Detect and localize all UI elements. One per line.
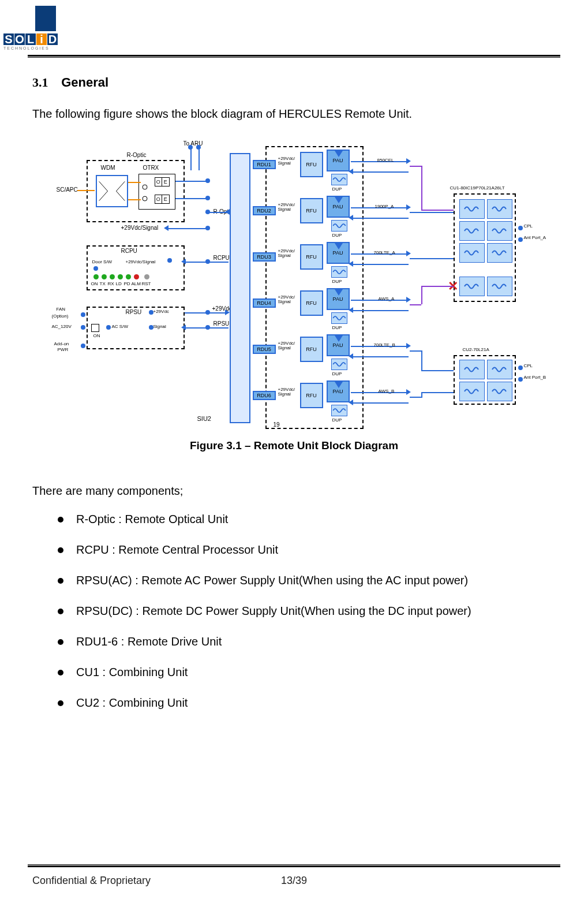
otrx-label: OTRX	[143, 165, 159, 171]
on-label: ON	[93, 333, 100, 338]
list-item: CU1 : Combining Unit	[32, 666, 556, 679]
dup-filter-icon	[331, 359, 347, 370]
logo-letter: L	[25, 33, 36, 45]
rfu-block: RFU	[300, 383, 323, 408]
cu-filter-icon	[459, 382, 485, 401]
section-number: 3.1	[32, 75, 48, 89]
svg-point-1	[143, 196, 147, 201]
dup-label: DUP	[332, 233, 342, 238]
led-label: ON	[91, 281, 98, 286]
lens-icon	[142, 184, 148, 190]
rfu-block: RFU	[300, 244, 323, 270]
p29-label: +29Vdc	[153, 309, 169, 314]
cu-filter-icon	[487, 199, 512, 219]
rfu-block: RFU	[300, 198, 323, 223]
rpsu-signal-label: Signal	[153, 324, 166, 329]
rdu-signal-label: +29Vdc/ Signal	[278, 387, 299, 397]
cu1-cpl-label: CPL	[524, 223, 533, 229]
section-title: General	[61, 75, 108, 89]
rpsu-right-label: RPSU	[214, 320, 230, 327]
band-label: AWS_A	[379, 296, 395, 301]
cu-filter-icon	[487, 243, 512, 263]
band-label: 1900P_A	[375, 204, 394, 209]
cu2-cpl-label: CPL	[524, 363, 533, 368]
ac120-label: AC_120V	[52, 324, 72, 329]
list-item: RCPU : Remote Central Processor Unit	[32, 543, 556, 557]
option-label: (Option)	[52, 314, 69, 319]
rpsu-title: RPSU	[126, 309, 142, 315]
pwr-label: PWR	[58, 347, 69, 352]
rdu-signal-label: +29Vdc/ Signal	[278, 156, 299, 166]
header-rule	[28, 55, 560, 58]
svg-point-0	[143, 185, 147, 189]
logo-letter: D	[47, 33, 58, 45]
rcpu-right-label: RCPU	[214, 255, 230, 261]
rdu-block: RDU1	[253, 160, 276, 169]
dup-filter-icon	[331, 174, 347, 185]
led-label: TX	[100, 281, 106, 286]
wdm-block	[96, 175, 128, 207]
rfu-block: RFU	[300, 152, 323, 177]
logo-letter: i	[36, 33, 47, 45]
rdu-signal-label: +29Vdc/ Signal	[278, 341, 299, 350]
door-sw-label: Door S/W	[92, 259, 113, 264]
acsw-label: AC S/W	[112, 324, 128, 329]
num19-label: 19	[274, 421, 280, 428]
figure-caption: Figure 3.1 – Remote Unit Block Diagram	[32, 439, 556, 452]
dup-filter-icon	[331, 405, 347, 416]
cu-filter-icon	[487, 382, 512, 401]
led-label: RX	[108, 281, 114, 286]
cu-filter-icon	[459, 221, 485, 241]
cu1-title: CU1-80IC19P70L21A26LT	[450, 185, 505, 191]
rdu-block: RDU3	[253, 252, 276, 262]
scapc-label: SC/APC	[57, 186, 78, 193]
addon-label: Add-on	[54, 341, 69, 346]
lens-icon	[142, 196, 148, 202]
rdu-block: RDU2	[253, 206, 276, 215]
cu1-ant-label: Ant Port_A	[524, 235, 546, 240]
cu-filter-icon	[459, 360, 485, 379]
cu-filter-icon	[487, 360, 512, 379]
r-optic-label: R-Optic	[127, 152, 147, 158]
on-switch-icon	[91, 324, 99, 332]
logo-letter: O	[14, 33, 25, 45]
list-item: R-Optic : Remote Optical Unit	[32, 513, 556, 526]
dup-filter-icon	[331, 312, 347, 324]
dup-label: DUP	[332, 186, 342, 192]
signal-label: +29Vdc/Signal	[121, 225, 159, 231]
led-label: LD	[116, 281, 122, 286]
cu2-title: CU2-70L21A	[463, 347, 489, 352]
rdu-signal-label: +29Vdc/ Signal	[278, 295, 299, 304]
logo-subtitle: TECHNOLOGIES	[3, 46, 50, 50]
rfu-block: RFU	[300, 337, 323, 362]
amp-icon	[335, 289, 343, 296]
list-item: CU2 : Combining Unit	[32, 696, 556, 710]
siu-block	[230, 153, 250, 423]
footer-rule	[28, 864, 560, 867]
cu2-ant-label: Ant Port_B	[524, 375, 546, 380]
logo: S O L i D TECHNOLOGIES	[3, 6, 58, 46]
list-item: RPSU(AC) : Remote AC Power Supply Unit(W…	[32, 574, 556, 587]
band-label: 700LTE_B	[374, 342, 395, 348]
list-item: RPSU(DC) : Remote DC Power Supply Unit(W…	[32, 605, 556, 618]
cu-filter-icon	[459, 277, 485, 296]
component-list: R-Optic : Remote Optical Unit RCPU : Rem…	[32, 513, 556, 710]
band-label: 700LTE_A	[374, 250, 395, 255]
dup-filter-icon	[331, 266, 347, 278]
fan-label: FAN	[57, 307, 66, 312]
section-heading: 3.1 General	[32, 74, 556, 90]
rdu-signal-label: +29Vdc/ Signal	[278, 203, 299, 212]
dup-label: DUP	[332, 371, 342, 376]
amp-icon	[335, 335, 343, 342]
cu-filter-icon	[459, 243, 485, 263]
oe-converter: OE	[155, 177, 170, 186]
rcpu-title: RCPU	[121, 248, 137, 254]
dup-label: DUP	[332, 417, 342, 423]
band-label: AWS_B	[379, 389, 395, 394]
rdu-block: RDU5	[253, 345, 276, 354]
block-diagram: R-Optic WDM OTRX SC/APC OE OE	[52, 136, 537, 430]
rdu-block: RDU4	[253, 298, 276, 308]
footer-page: 13/39	[32, 875, 556, 887]
dup-label: DUP	[332, 279, 342, 284]
oe-converter: OE	[155, 195, 170, 204]
